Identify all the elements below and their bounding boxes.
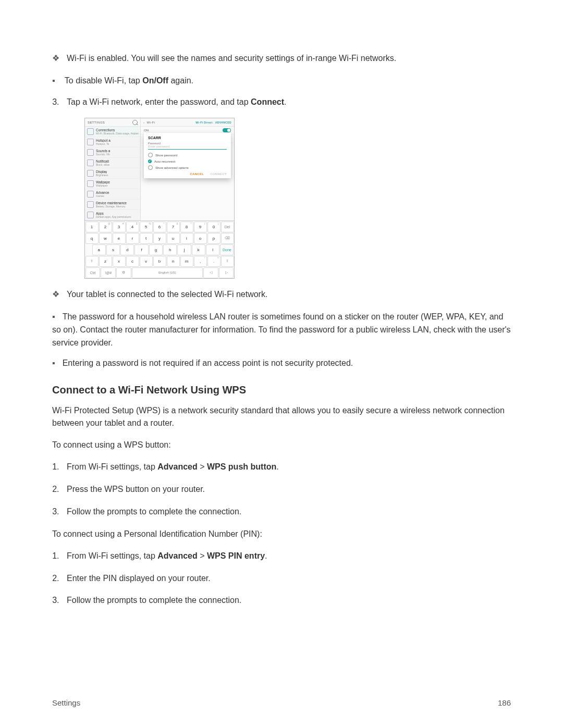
settings-item[interactable]: Device maintenanceBattery, Storage, Memo… (85, 200, 140, 210)
key[interactable]: ▷ (219, 267, 234, 278)
settings-list: ConnectionsWi-Fi, Bluetooth, Data usage,… (85, 127, 140, 220)
wps-button-lead: To connect using a WPS button: (52, 439, 511, 451)
key[interactable]: 9( (194, 221, 207, 232)
key[interactable]: j (177, 244, 191, 255)
wps-button-step-1: From Wi-Fi settings, tap Advanced > WPS … (62, 461, 511, 474)
key[interactable]: ⇧ (85, 256, 99, 267)
keyboard-row-4: ⇧zxcvbnm,!.?⇧ (85, 255, 234, 267)
key[interactable]: 6^ (153, 221, 166, 232)
key[interactable]: .? (207, 256, 221, 267)
text: > (198, 462, 207, 471)
settings-item-title: Notificati (96, 159, 109, 163)
key[interactable]: l (206, 244, 219, 255)
key[interactable]: q (85, 233, 99, 244)
key[interactable]: c (126, 256, 139, 267)
password-input[interactable]: Enter password (148, 145, 227, 150)
key[interactable]: g (149, 244, 163, 255)
settings-item-title: Sounds a (96, 149, 110, 153)
key[interactable]: v (140, 256, 153, 267)
key[interactable]: o (194, 233, 207, 244)
wps-pin-step-3: Follow the prompts to complete the conne… (62, 594, 511, 607)
key[interactable]: ⇧ (221, 256, 234, 267)
key[interactable]: ,! (194, 256, 207, 267)
bullet-notes-list: The password for a household wireless LA… (52, 311, 511, 369)
page: Wi-Fi is enabled. You will see the names… (0, 0, 563, 728)
bullet-password-note: The password for a household wireless LA… (52, 311, 511, 349)
settings-item-icon (87, 212, 94, 218)
settings-item[interactable]: Hotspot aHotspot, Te (85, 137, 140, 147)
on-label: ON (144, 129, 149, 132)
key[interactable]: ◁ (203, 267, 218, 278)
wifi-direct-link[interactable]: Wi-Fi Direct (195, 121, 213, 124)
key[interactable]: m (180, 256, 193, 267)
key[interactable]: 3# (113, 221, 126, 232)
settings-item[interactable]: AdvanceGames (85, 189, 140, 200)
wifi-toggle[interactable] (223, 128, 231, 132)
key[interactable]: y (153, 233, 166, 244)
key[interactable]: i (180, 233, 193, 244)
key[interactable]: e (113, 233, 126, 244)
connect-button[interactable]: CONNECT (210, 172, 227, 176)
settings-item-title: Advance (96, 191, 109, 194)
key[interactable]: !@# (101, 267, 116, 278)
key[interactable]: 5% (140, 221, 153, 232)
key[interactable]: English (US) (132, 267, 203, 278)
key[interactable]: k (192, 244, 205, 255)
auto-reconnect-option[interactable]: Auto reconnect (148, 159, 227, 163)
search-icon[interactable] (132, 120, 138, 125)
key[interactable]: 8* (180, 221, 193, 232)
key[interactable]: u (167, 233, 180, 244)
bullet-disable-list: To disable Wi-Fi, tap On/Off again. (52, 75, 511, 88)
step-3: Tap a Wi-Fi network, enter the password,… (62, 96, 511, 109)
show-advanced-option[interactable]: Show advanced options (148, 165, 227, 170)
settings-item[interactable]: NotificatiBlock, allow (85, 158, 140, 168)
key[interactable]: f (134, 244, 148, 255)
key[interactable]: 1 (85, 221, 99, 232)
key[interactable]: 0) (207, 221, 221, 232)
back-icon[interactable]: ‹ (143, 121, 144, 124)
text-bold: Advanced (157, 462, 197, 471)
page-footer: Settings 186 (52, 698, 511, 707)
key[interactable]: s (106, 244, 120, 255)
bullet-disable-wifi: To disable Wi-Fi, tap On/Off again. (52, 75, 511, 88)
key[interactable]: a (92, 244, 106, 255)
bullet-connected-list: Your tablet is connected to the selected… (52, 288, 511, 301)
text-bold: Connect (251, 97, 284, 106)
key[interactable]: 7& (167, 221, 180, 232)
bullet-connected: Your tablet is connected to the selected… (52, 288, 511, 301)
key[interactable]: b (153, 256, 166, 267)
settings-item-title: Device maintenance (96, 201, 127, 205)
settings-item[interactable]: ConnectionsWi-Fi, Bluetooth, Data usage,… (85, 127, 140, 137)
key[interactable]: h (163, 244, 177, 255)
bullet-no-password: Entering a password is not required if a… (52, 357, 511, 370)
keyboard-row-5: Ctrl!@#⚙English (US)◁▷ (85, 267, 234, 278)
key[interactable]: t (140, 233, 153, 244)
key[interactable]: n (167, 256, 180, 267)
text-bold: WPS push button (207, 462, 276, 471)
key[interactable]: Ctrl (85, 267, 101, 278)
key[interactable]: Del (221, 221, 234, 232)
text-bold: On/Off (142, 76, 168, 85)
settings-item[interactable]: AppsDefault apps, App permissions (85, 210, 140, 220)
wps-button-steps: From Wi-Fi settings, tap Advanced > WPS … (52, 461, 511, 518)
key[interactable]: d (120, 244, 134, 255)
settings-item-subtitle: Brightness (96, 174, 108, 177)
settings-item-title: Hotspot a (96, 139, 111, 142)
key[interactable]: w (99, 233, 112, 244)
key[interactable]: ⌫ (221, 233, 234, 244)
key[interactable]: z (99, 256, 112, 267)
key[interactable]: p (207, 233, 221, 244)
key[interactable]: 2@ (99, 221, 112, 232)
cancel-button[interactable]: CANCEL (190, 172, 204, 176)
show-password-option[interactable]: Show password (148, 153, 227, 157)
key[interactable]: ⚙ (116, 267, 131, 278)
advanced-link[interactable]: ADVANCED (215, 121, 231, 124)
key[interactable]: Done (220, 244, 234, 255)
settings-item-subtitle: Wi-Fi, Bluetooth, Data usage, Airplane m… (96, 132, 139, 135)
settings-item[interactable]: Sounds aSounds, Vib (85, 147, 140, 158)
settings-item[interactable]: DisplayBrightness (85, 168, 140, 179)
settings-item[interactable]: WallpapeWallpaper (85, 179, 140, 189)
key[interactable]: x (113, 256, 126, 267)
key[interactable]: 4$ (126, 221, 139, 232)
key[interactable]: r (126, 233, 139, 244)
